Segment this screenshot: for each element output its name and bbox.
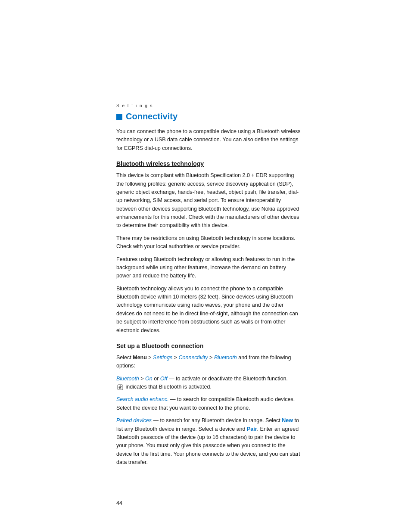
setup-bluetooth-2-link: Bluetooth: [116, 376, 139, 382]
setup-arrow-2: >: [172, 355, 178, 361]
bluetooth-paragraph-3: Features using Bluetooth technology or a…: [116, 255, 302, 280]
title-square-icon: [116, 114, 122, 120]
setup-line-4: Paired devices — to search for any Bluet…: [116, 417, 302, 467]
section-title-text: Connectivity: [126, 112, 177, 121]
setup-new-link: New: [282, 417, 293, 423]
setup-suffix-2: — to activate or deactivate the Bluetoot…: [168, 376, 288, 382]
setup-section-title: Set up a Bluetooth connection: [116, 342, 302, 349]
section-title: Connectivity: [116, 112, 302, 121]
bluetooth-activated-icon: [117, 384, 123, 390]
content-area: S e t t i n g s Connectivity You can con…: [116, 103, 302, 471]
page-number: 44: [116, 500, 122, 506]
setup-arrow-3: >: [208, 355, 214, 361]
bluetooth-paragraph-1: This device is compliant with Bluetooth …: [116, 171, 302, 230]
bluetooth-section-title: Bluetooth wireless technology: [116, 160, 302, 167]
setup-activated-suffix: indicates that Bluetooth is activated.: [125, 384, 211, 390]
page: S e t t i n g s Connectivity You can con…: [0, 0, 411, 532]
setup-off-link: Off: [160, 376, 168, 382]
setup-settings-link: Settings: [153, 355, 172, 361]
setup-menu-link: Menu: [133, 355, 147, 361]
setup-paired-devices-link: Paired devices: [116, 417, 152, 423]
bluetooth-paragraph-4: Bluetooth technology allows you to conne…: [116, 285, 302, 335]
setup-line-1: Select Menu > Settings > Connectivity > …: [116, 354, 302, 370]
setup-line-2: Bluetooth > On or Off — to activate or d…: [116, 375, 302, 392]
setup-pair-link: Pair: [247, 426, 257, 432]
setup-paired-suffix-1: — to search for any Bluetooth device in …: [152, 417, 282, 423]
setup-select-label: Select: [116, 355, 133, 361]
setup-connectivity-link: Connectivity: [179, 355, 208, 361]
intro-paragraph: You can connect the phone to a compatibl…: [116, 128, 302, 152]
setup-bluetooth-link: Bluetooth: [214, 355, 237, 361]
settings-label: S e t t i n g s: [116, 103, 302, 108]
setup-arrow-1: >: [147, 355, 153, 361]
setup-on-link: On: [145, 376, 153, 382]
bluetooth-paragraph-2: There may be restrictions on using Bluet…: [116, 234, 302, 251]
setup-arrow-4: >: [139, 376, 145, 382]
setup-search-audio-link: Search audio enhanc.: [116, 396, 169, 402]
setup-line-3: Search audio enhanc. — to search for com…: [116, 395, 302, 412]
setup-or: or: [153, 376, 160, 382]
